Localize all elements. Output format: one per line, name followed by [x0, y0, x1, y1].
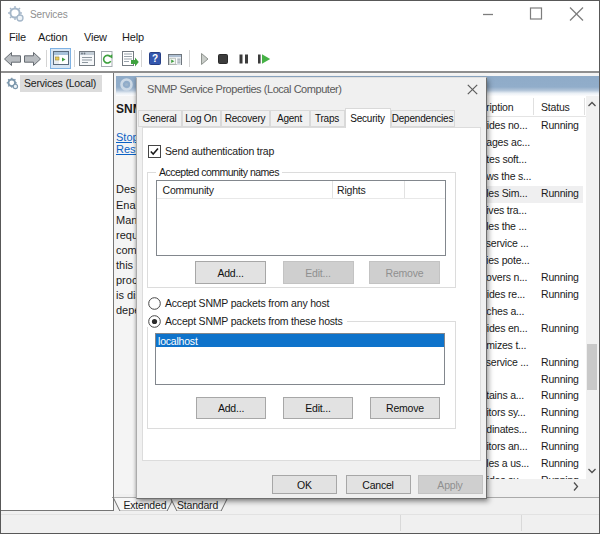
- svg-text:?: ?: [151, 53, 157, 64]
